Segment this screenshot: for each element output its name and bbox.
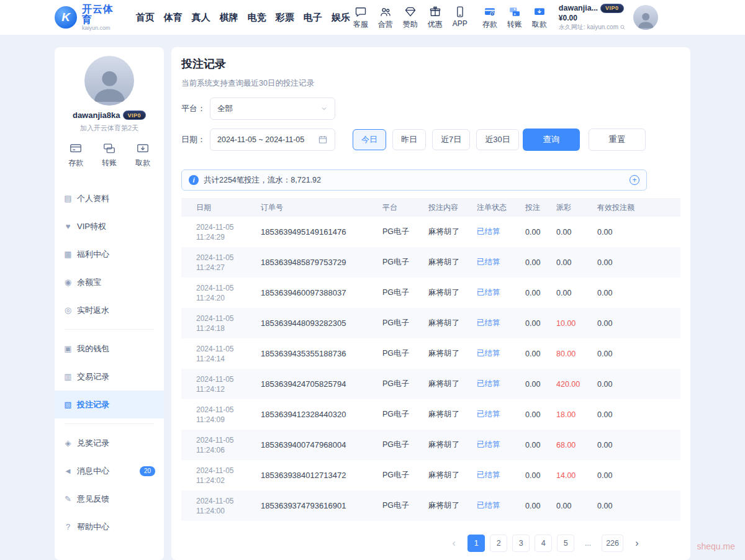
sidebar-item-bet-records[interactable]: ▧ 投注记录 (55, 391, 164, 418)
next-page-icon[interactable]: › (628, 535, 646, 552)
sidebar-item-profile[interactable]: ▤ 个人资料 (55, 184, 164, 212)
order-number: 1853639384012713472 (261, 460, 382, 490)
menu-item-icon: ◈ (63, 438, 73, 448)
order-number: 1853639485879753729 (261, 247, 382, 278)
summary-text: 共计2254笔投注，流水：8,721.92 (204, 175, 321, 186)
payout-cell: 0.00 (556, 247, 597, 278)
app-icon (454, 6, 466, 18)
chevron-down-icon (320, 105, 328, 112)
profile-avatar[interactable] (84, 56, 134, 106)
table-row: 2024-11-05 11:24:02 1853639384012713472 … (181, 460, 680, 490)
page-button[interactable]: 2 (490, 535, 507, 552)
nav-user-info[interactable]: dawanjia... VIP0 ¥0.00 永久网址: kaiyun.com (559, 4, 626, 32)
vip-badge: VIP0 (600, 4, 624, 13)
sidebar-item-redeem[interactable]: ◈ 兑奖记录 (55, 429, 164, 457)
nav-transfer[interactable]: 转账 (505, 6, 524, 30)
nav-item[interactable]: 电竞 (246, 9, 268, 26)
column-header: 有效投注额 (597, 198, 680, 217)
sidebar-item-yuebao[interactable]: ◉ 余额宝 (55, 268, 164, 296)
payout-cell: 0.00 (556, 217, 597, 247)
column-header: 订单号 (261, 198, 382, 217)
payout-cell: 420.00 (556, 369, 597, 399)
balance: ¥0.00 (559, 14, 626, 22)
transfer-icon (102, 142, 116, 155)
top-navbar: K 开云体育 kaiyun.com 首页 体育 真人 棋牌 电竞 彩票 电子 娱… (0, 0, 745, 35)
nav-deposit[interactable]: 存款 (481, 6, 499, 30)
search-icon[interactable] (620, 24, 626, 30)
prev-page-icon[interactable]: ‹ (445, 535, 463, 552)
sidebar-menu: ▤ 个人资料 ♥ VIP特权 ▦ 福利中心 ◉ (55, 184, 164, 541)
menu-item-label: 余额宝 (77, 277, 101, 288)
menu-item-icon: ◉ (63, 278, 73, 287)
nav-item[interactable]: 娱乐 (330, 9, 351, 26)
sidebar-item-help[interactable]: ? 帮助中心 (55, 513, 164, 541)
transfer-action[interactable]: 转账 (102, 142, 117, 168)
menu-item-label: 交易记录 (77, 371, 109, 382)
sidebar-item-rebate[interactable]: ◎ 实时返水 (55, 296, 164, 324)
nav-partnership[interactable]: 合营 (376, 6, 395, 30)
menu-item-label: 帮助中心 (77, 522, 109, 533)
menu-item-icon: ▧ (63, 400, 73, 409)
bet-date: 2024-11-05 (196, 314, 261, 323)
sidebar-item-wallet[interactable]: ▣ 我的钱包 (55, 335, 164, 363)
expand-plus-icon[interactable]: + (630, 175, 639, 185)
bet-content-cell: 麻将胡了 (428, 460, 477, 490)
nav-wallet-label: 存款 (482, 19, 497, 30)
valid-bet-cell: 0.00 (597, 369, 680, 399)
menu-item-icon: ▤ (63, 194, 73, 203)
menu-item-icon: ✎ (63, 494, 73, 504)
user-avatar[interactable] (633, 5, 658, 30)
page-button[interactable]: 5 (557, 535, 574, 552)
nav-item[interactable]: 彩票 (274, 9, 296, 26)
promo-icon (429, 6, 441, 18)
calendar-icon (318, 135, 328, 145)
platform-selected-value: 全部 (217, 104, 233, 114)
nav-features: 客服 合营 赞助 优惠 APP (351, 6, 469, 30)
date-label: 日期： (181, 134, 210, 145)
table-row: 2024-11-05 11:24:18 1853639448093282305 … (181, 308, 680, 338)
order-number: 1853639374793616901 (261, 490, 382, 521)
withdraw-action[interactable]: 取款 (135, 142, 150, 168)
site-logo[interactable]: K 开云体育 kaiyun.com (55, 4, 121, 31)
nav-item[interactable]: 首页 (135, 9, 156, 26)
nav-app[interactable]: APP (451, 6, 469, 30)
sidebar-item-messages[interactable]: ◄ 消息中心 20 (55, 457, 164, 485)
nav-item[interactable]: 棋牌 (219, 9, 240, 26)
deposit-action[interactable]: 存款 (68, 142, 83, 168)
sidebar-item-welfare[interactable]: ▦ 福利中心 (55, 240, 164, 268)
quick-date-button[interactable]: 近30日 (476, 129, 518, 150)
nav-item[interactable]: 真人 (191, 9, 212, 26)
platform-select[interactable]: 全部 (210, 97, 335, 120)
sidebar-item-transactions[interactable]: ▥ 交易记录 (55, 363, 164, 391)
nav-feature-label: 优惠 (428, 19, 443, 30)
platform-cell: PG电子 (382, 369, 428, 399)
bet-time: 11:24:29 (196, 232, 261, 242)
status-cell: 已结算 (477, 399, 525, 430)
payout-cell: 14.00 (556, 460, 597, 490)
pagination: ‹ 1 2 3 4 5 ... 226 › (181, 535, 646, 552)
nav-sponsor[interactable]: 赞助 (401, 6, 420, 30)
valid-bet-cell: 0.00 (597, 490, 680, 521)
quick-date-button[interactable]: 昨日 (392, 129, 426, 150)
date-range-input[interactable]: 2024-11-05 ~ 2024-11-05 (210, 129, 335, 151)
nav-promo[interactable]: 优惠 (426, 6, 445, 30)
sidebar-item-vip[interactable]: ♥ VIP特权 (55, 212, 164, 240)
page-button[interactable]: 1 (467, 535, 485, 552)
nav-withdraw[interactable]: 取款 (530, 6, 549, 30)
search-button[interactable]: 查询 (523, 129, 580, 151)
status-cell: 已结算 (477, 369, 525, 399)
menu-item-label: 意见反馈 (77, 494, 109, 505)
status-cell: 已结算 (477, 490, 525, 521)
quick-date-button[interactable]: 近7日 (432, 129, 470, 150)
reset-button[interactable]: 重置 (589, 129, 646, 151)
bet-records-table: 日期 订单号 平台 投注内容 注单状态 投注 派彩 有效投注额 (181, 198, 680, 521)
page-button[interactable]: 226 (602, 535, 623, 552)
page-button[interactable]: 4 (535, 535, 552, 552)
quick-date-button[interactable]: 今日 (353, 129, 386, 150)
page-button[interactable]: 3 (512, 535, 530, 552)
nav-customer-service[interactable]: 客服 (351, 6, 370, 30)
nav-item[interactable]: 体育 (163, 9, 184, 26)
nav-item[interactable]: 电子 (302, 9, 323, 26)
page-button[interactable]: ... (579, 535, 597, 552)
sidebar-item-feedback[interactable]: ✎ 意见反馈 (55, 485, 164, 513)
